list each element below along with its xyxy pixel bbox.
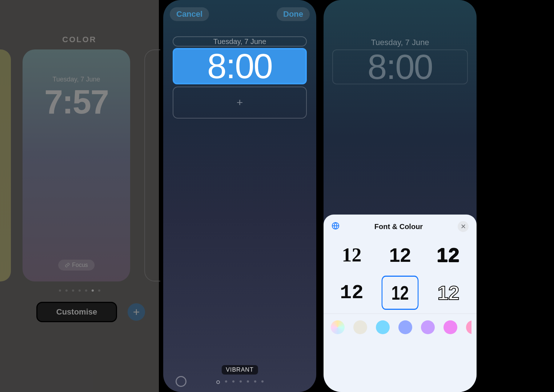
swatch-sky[interactable] <box>376 320 390 334</box>
cancel-button[interactable]: Cancel <box>170 7 209 21</box>
swatch-lavender[interactable] <box>421 320 435 334</box>
font-option-5[interactable]: 12 <box>382 276 419 310</box>
swatch-rainbow[interactable] <box>331 320 345 334</box>
dim-overlay <box>0 0 159 392</box>
colour-swatch-row <box>329 320 471 334</box>
clock-text: 8:00 <box>207 49 272 84</box>
filter-label: VIBRANT <box>221 365 258 375</box>
swatch-cream[interactable] <box>353 320 367 334</box>
clock-preview: 8:00 <box>332 49 468 84</box>
add-widget-slot[interactable]: + <box>173 87 307 119</box>
divider <box>324 313 477 314</box>
wallpaper-gallery-panel: COLOR Tuesday, 7 June 7:57 Focus Customi… <box>0 0 159 392</box>
date-text: Tuesday, 7 June <box>213 37 266 46</box>
font-grid: 12 12 12 12 12 12 <box>329 238 471 310</box>
plus-icon: + <box>237 96 243 109</box>
font-option-1[interactable]: 12 <box>329 238 375 272</box>
font-option-4[interactable]: 12 <box>329 276 375 310</box>
font-colour-sheet: Font & Colour ✕ 12 12 12 12 12 12 <box>324 215 477 392</box>
customise-editor-panel: Cancel Done Tuesday, 7 June 8:00 + VIBRA… <box>160 0 319 392</box>
lockscreen-date: Tuesday, 7 June <box>324 38 477 47</box>
font-option-2[interactable]: 12 <box>377 238 423 272</box>
close-button[interactable]: ✕ <box>458 221 469 232</box>
font-option-3[interactable]: 12 <box>425 238 471 272</box>
done-button[interactable]: Done <box>277 7 310 21</box>
sheet-title: Font & Colour <box>374 223 423 231</box>
swatch-magenta[interactable] <box>443 320 457 334</box>
filter-page-indicator <box>163 380 316 384</box>
close-icon: ✕ <box>461 223 466 231</box>
dot-effect-icon <box>216 380 220 384</box>
font-colour-panel: Tuesday, 7 June 8:00 Font & Colour ✕ 12 … <box>321 0 479 392</box>
font-option-6[interactable]: 12 <box>425 276 471 310</box>
date-widget-slot[interactable]: Tuesday, 7 June <box>173 36 307 47</box>
clock-widget-selected[interactable]: 8:00 <box>173 48 307 84</box>
globe-icon[interactable] <box>332 222 340 231</box>
swatch-pink[interactable] <box>466 320 471 334</box>
swatch-periwinkle[interactable] <box>398 320 412 334</box>
clock-text: 8:00 <box>368 47 433 87</box>
